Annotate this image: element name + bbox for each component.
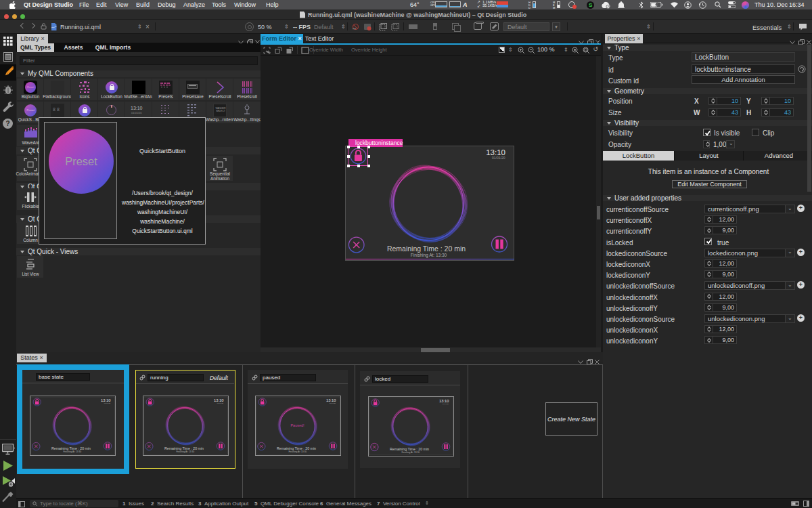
svg-text:Paused!: Paused! bbox=[290, 423, 304, 427]
